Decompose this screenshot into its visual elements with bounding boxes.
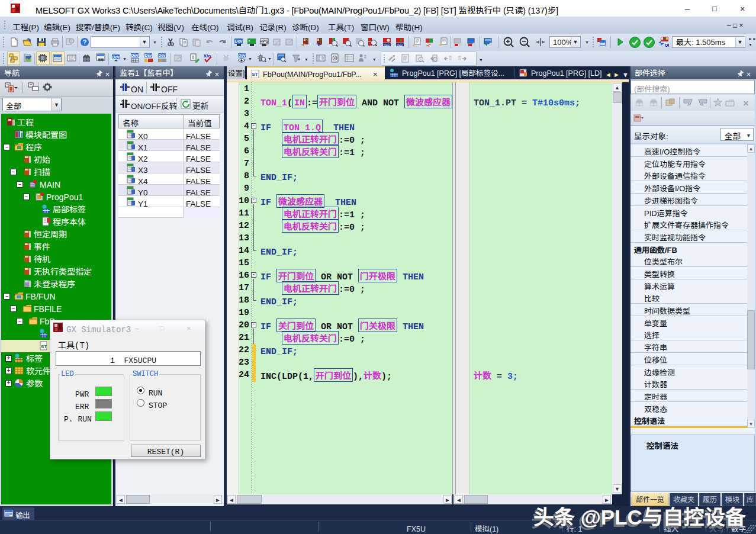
svg-text:Dev: Dev (397, 43, 403, 47)
svg-text:OK: OK (665, 43, 669, 47)
svg-text:HPG: HPG (260, 39, 269, 43)
svg-text:ST: ST (252, 72, 258, 77)
svg-text:Dev: Dev (159, 53, 166, 57)
svg-text:ST: ST (41, 344, 47, 349)
svg-text:Dev: Dev (235, 39, 243, 43)
svg-text:Dev: Dev (131, 53, 139, 57)
svg-text:I: I (192, 54, 194, 60)
svg-text:Dev: Dev (384, 43, 390, 47)
svg-text:Dev: Dev (145, 53, 152, 57)
svg-text:Dev: Dev (239, 53, 246, 57)
svg-text:Dev: Dev (112, 55, 120, 59)
svg-text:?: ? (83, 38, 87, 46)
